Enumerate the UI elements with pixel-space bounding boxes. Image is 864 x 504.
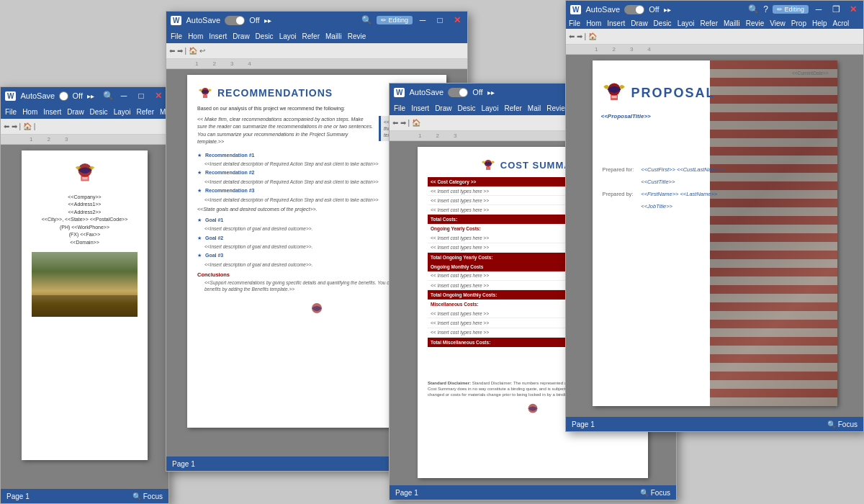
- autosave-toggle-left[interactable]: [59, 91, 68, 101]
- focus-right: 🔍 Focus: [827, 420, 858, 428]
- ribbon-insert-ml[interactable]: Insert: [209, 32, 227, 40]
- ribbon-design-left[interactable]: Desic: [90, 108, 108, 116]
- maximize-mid-left[interactable]: □: [434, 14, 446, 26]
- ribbon-mail-ml[interactable]: Mailli: [325, 32, 342, 40]
- ribbon-review-mid[interactable]: Revie: [546, 104, 565, 112]
- ribbon-file-ml[interactable]: File: [171, 32, 182, 40]
- autosave-toggle-right[interactable]: [624, 5, 644, 14]
- word-logo-mid-left: W: [171, 16, 181, 25]
- ribbon-draw-right[interactable]: Draw: [631, 19, 647, 27]
- eagle-logo-left: [71, 162, 99, 186]
- more-commands-mid[interactable]: ▸▸: [487, 89, 495, 96]
- eagle-logo-cost: [480, 158, 496, 173]
- win-controls-right[interactable]: ─ ❐ ✕: [813, 4, 859, 15]
- search-icon-mid-left[interactable]: 🔍: [361, 15, 372, 25]
- autosave-toggle-mid-left[interactable]: [225, 16, 245, 25]
- proposal-content: <<CurrentDate>> PROPOSAL <<ProposalTitle: [593, 60, 837, 223]
- title-bar-mid-left: W AutoSave Off ▸▸ 🔍 ✏ Editing ─ □ ✕: [166, 12, 467, 29]
- autosave-label-right: AutoSave: [585, 5, 620, 14]
- ribbon-layout-mid[interactable]: Layoi: [482, 104, 499, 112]
- restore-right[interactable]: ❐: [830, 4, 842, 15]
- ruler-mid-left: 1234: [166, 59, 467, 69]
- ribbon-draw-mid[interactable]: Draw: [435, 104, 451, 112]
- prepared-by-title-row: <<JobTitle>>: [603, 201, 726, 212]
- ribbon-layout-ml[interactable]: Layoi: [279, 32, 297, 40]
- ribbon-review-right[interactable]: Revie: [746, 19, 765, 27]
- search-icon-right[interactable]: 🔍: [748, 4, 759, 14]
- ribbon-design-mid[interactable]: Desic: [457, 104, 475, 112]
- word-logo-right: W: [570, 5, 581, 14]
- status-bar-mid: Page 1 🔍 Focus: [390, 485, 676, 500]
- svg-rect-2: [82, 177, 88, 180]
- autosave-toggle-mid[interactable]: [448, 88, 468, 97]
- toggle-off-label-mid: Off: [472, 88, 482, 96]
- ribbon-layout-right[interactable]: Layoi: [678, 19, 695, 27]
- win-controls-mid-left[interactable]: ─ □ ✕: [417, 14, 463, 26]
- ribbon-home-ml[interactable]: Hom: [188, 32, 203, 40]
- help-icon-right[interactable]: ?: [763, 4, 768, 14]
- ribbon-draw-ml[interactable]: Draw: [233, 32, 249, 40]
- proposal-cover: <<CurrentDate>> PROPOSAL <<ProposalTitle: [593, 60, 837, 406]
- ribbon-ref-mid[interactable]: Refer: [504, 104, 521, 112]
- doc-page-left: <<Company>> <<Address1>> <<Address2>> <<…: [22, 150, 148, 460]
- goal3-label: Goal #3: [205, 253, 223, 258]
- editing-badge-mid-left: ✏ Editing: [377, 16, 413, 24]
- ribbon-ref-right[interactable]: Refer: [701, 19, 718, 27]
- prepared-for-title-row: <<CustTitle>>: [603, 176, 726, 187]
- more-commands-left[interactable]: ▸▸: [87, 92, 94, 100]
- ribbon-insert-mid[interactable]: Insert: [411, 104, 429, 112]
- ribbon-acro-right[interactable]: Acrol: [833, 19, 850, 27]
- star-icon-1: ★: [197, 153, 202, 158]
- ribbon-mail-mid[interactable]: Mail: [528, 104, 541, 112]
- more-commands-right[interactable]: ▸▸: [664, 6, 671, 14]
- ribbon-layout-left[interactable]: Layoi: [114, 108, 131, 116]
- toggle-off-label-mid-left: Off: [249, 16, 259, 24]
- page-indicator-mid-left: Page 1: [172, 460, 195, 468]
- ribbon-ref-ml[interactable]: Refer: [302, 32, 320, 40]
- ribbon-mail-right[interactable]: Mailli: [724, 19, 740, 27]
- ribbon-home-left[interactable]: Hom: [22, 108, 37, 116]
- window-right[interactable]: W AutoSave Off ▸▸ 🔍 ? ✏ Editing ─ ❐ ✕ Fi…: [565, 0, 864, 432]
- win-controls-left[interactable]: ─ □ ✕: [118, 90, 164, 102]
- toolbar-left: ⬅ ➡ | 🏠 |: [1, 119, 168, 135]
- ribbon-file-mid[interactable]: File: [394, 104, 405, 112]
- ribbon-insert-left[interactable]: Insert: [43, 108, 61, 116]
- maximize-left[interactable]: □: [135, 90, 147, 102]
- rec3-label: Recommendation #3: [205, 188, 254, 193]
- ribbon-design-ml[interactable]: Desic: [256, 32, 274, 40]
- close-mid-left[interactable]: ✕: [451, 14, 463, 26]
- svg-rect-7: [486, 167, 490, 170]
- minimize-mid-left[interactable]: ─: [417, 14, 428, 26]
- ribbon-help-right[interactable]: Help: [812, 19, 827, 27]
- ribbon-left: File Hom Insert Draw Desic Layoi Refer M…: [1, 104, 168, 119]
- search-icon-left[interactable]: 🔍: [103, 91, 114, 101]
- ribbon-ref-left[interactable]: Refer: [137, 108, 154, 116]
- doc-page-proposal: <<CurrentDate>> PROPOSAL <<ProposalTitle: [593, 60, 837, 406]
- editing-badge-right: ✏ Editing: [773, 5, 809, 14]
- star-icon-g3: ★: [197, 253, 202, 258]
- ribbon-view-right[interactable]: View: [770, 19, 786, 27]
- ribbon-draw-left[interactable]: Draw: [67, 108, 84, 116]
- close-left[interactable]: ✕: [153, 90, 164, 102]
- goal2-label: Goal #2: [205, 235, 223, 240]
- window-left[interactable]: W AutoSave Off ▸▸ 🔍 ─ □ ✕ File Hom Inser…: [0, 86, 169, 504]
- prepared-for-value: <<CustFirst>> <<CustLastName>>: [641, 164, 725, 175]
- close-right[interactable]: ✕: [847, 4, 859, 15]
- minimize-left[interactable]: ─: [118, 90, 130, 102]
- toolbar-right: ⬅ ➡ | 🏠: [566, 29, 863, 45]
- page-indicator-mid: Page 1: [395, 489, 418, 497]
- doc-content-left: <<Company>> <<Address1>> <<Address2>> <<…: [22, 150, 148, 460]
- autosave-label-left: AutoSave: [20, 91, 55, 100]
- ribbon-file-right[interactable]: File: [569, 19, 580, 27]
- svg-rect-11: [611, 96, 616, 99]
- ribbon-file-left[interactable]: File: [5, 108, 17, 116]
- more-commands-mid-left[interactable]: ▸▸: [264, 17, 271, 24]
- ribbon-insert-right[interactable]: Insert: [607, 19, 625, 27]
- minimize-right[interactable]: ─: [813, 4, 824, 15]
- ribbon-home-right[interactable]: Hom: [586, 19, 601, 27]
- ribbon-mid-left: File Hom Insert Draw Desic Layoi Refer M…: [166, 29, 467, 43]
- word-logo-mid: W: [394, 88, 405, 97]
- ribbon-prop-right[interactable]: Prop: [791, 19, 806, 27]
- ribbon-design-right[interactable]: Desic: [654, 19, 672, 27]
- ribbon-review-ml[interactable]: Revie: [348, 32, 366, 40]
